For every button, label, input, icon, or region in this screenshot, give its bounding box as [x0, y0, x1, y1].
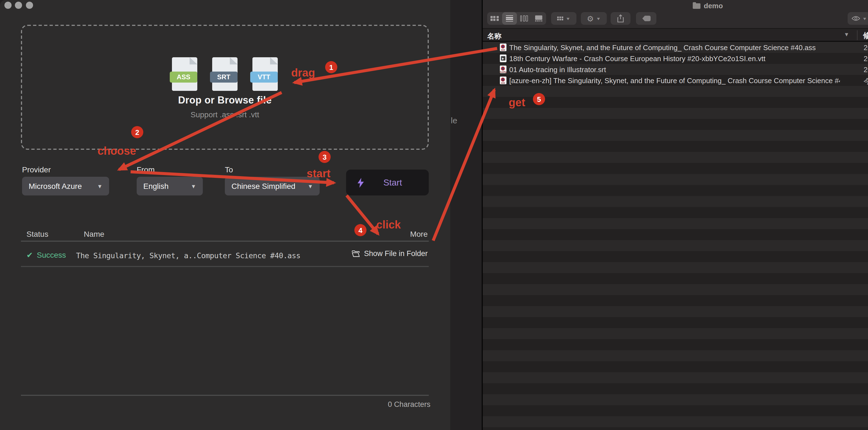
- name-sort-header[interactable]: 名称: [487, 31, 501, 41]
- action-menu-button[interactable]: ⚙ ▼: [581, 12, 607, 25]
- from-label: From: [137, 165, 155, 174]
- empty-list-stripes: [483, 86, 868, 430]
- dropzone-title: Drop or Browse file: [21, 95, 429, 106]
- background-window-strip: le: [450, 0, 482, 430]
- file-row[interactable]: SubRip 01 Auto-tracing in Illustrator.sr…: [483, 64, 868, 75]
- chevron-down-icon: ▼: [308, 183, 313, 189]
- status-column-header: Status: [27, 230, 48, 238]
- view-grid-button[interactable]: [487, 12, 502, 25]
- chevron-down-icon: ▼: [191, 183, 196, 189]
- dropzone-subtitle: Support .ass .srt .vtt: [21, 110, 429, 119]
- to-label: To: [225, 165, 233, 174]
- view-gallery-icon: [535, 15, 542, 22]
- view-columns-button[interactable]: [517, 12, 531, 25]
- start-button[interactable]: Start: [346, 170, 429, 195]
- status-badge: Success: [37, 251, 66, 259]
- background-text-fragment: le: [451, 115, 457, 125]
- column-divider: [857, 30, 858, 40]
- chevron-down-icon: ▼: [862, 16, 867, 21]
- tag-button[interactable]: [636, 12, 656, 25]
- file-row[interactable]: ASS [azure-en-zh] The Singularity, Skyne…: [483, 75, 868, 86]
- show-file-in-folder-button[interactable]: Show File in Folder: [352, 250, 428, 258]
- view-mode-segmented-control: [487, 12, 546, 25]
- lightning-bolt-icon: [357, 177, 364, 188]
- from-value: English: [143, 182, 168, 191]
- row-filename: The Singularity, Skynet, a..Computer Sci…: [76, 251, 300, 260]
- share-icon: [617, 14, 624, 23]
- tag-icon: [642, 15, 651, 22]
- chevron-down-icon: ▼: [565, 16, 570, 21]
- provider-select[interactable]: Microsoft Azure ▼: [22, 177, 109, 195]
- share-button[interactable]: [611, 12, 630, 25]
- modified-column-header: 修: [863, 31, 868, 41]
- provider-value: Microsoft Azure: [29, 182, 82, 191]
- file-row[interactable]: ▶ 18th Century Warfare - Crash Course Eu…: [483, 53, 868, 64]
- table-divider: [21, 266, 429, 267]
- to-language-select[interactable]: Chinese Simplified ▼: [225, 177, 320, 195]
- file-row[interactable]: ASS The Singularity, Skynet, and the Fut…: [483, 42, 868, 53]
- finder-title-label: demo: [704, 2, 723, 10]
- group-by-button[interactable]: ▼: [551, 12, 577, 25]
- ass-file-label: ASS: [170, 72, 197, 82]
- check-icon: ✔: [27, 251, 33, 259]
- view-grid-icon: [491, 16, 499, 21]
- folder-icon: [693, 3, 701, 8]
- provider-label: Provider: [22, 165, 51, 174]
- eye-icon: [851, 15, 860, 22]
- srt-file-icon: SRT: [212, 57, 238, 91]
- finder-file-list: ASS The Singularity, Skynet, and the Fut…: [483, 42, 868, 86]
- to-value: Chinese Simplified: [231, 182, 296, 191]
- finder-list-header: 名称 ▼ 修: [483, 29, 868, 42]
- finder-window-title: demo: [693, 2, 723, 10]
- vtt-file-label: VTT: [250, 72, 278, 82]
- srt-subtitle-file-icon: SubRip: [500, 65, 506, 73]
- group-by-icon: [557, 16, 563, 20]
- desktop-canvas: ASS SRT VTT Drop or Browse file Support …: [0, 0, 868, 430]
- file-type-icons: ASS SRT VTT: [21, 57, 429, 91]
- row-status: ✔ Success: [27, 251, 66, 259]
- view-list-button[interactable]: [502, 12, 517, 25]
- ass-subtitle-file-icon: ASS: [500, 76, 506, 84]
- sort-chevron-icon: ▼: [844, 31, 849, 37]
- show-file-label: Show File in Folder: [364, 250, 428, 258]
- view-columns-icon: [520, 15, 528, 22]
- chevron-down-icon: ▼: [97, 183, 102, 189]
- screenshot-stage: ASS SRT VTT Drop or Browse file Support …: [0, 0, 868, 430]
- character-count: 0 Characters: [388, 400, 430, 408]
- close-window-button[interactable]: [4, 2, 11, 9]
- finder-window: demo ▼ ⚙: [482, 0, 868, 430]
- name-column-header: Name: [84, 230, 104, 238]
- vtt-subtitle-file-icon: ▶: [500, 54, 506, 62]
- from-language-select[interactable]: English ▼: [137, 177, 203, 195]
- chevron-down-icon: ▼: [596, 16, 601, 21]
- gear-icon: ⚙: [587, 14, 594, 23]
- translator-app-window: ASS SRT VTT Drop or Browse file Support …: [0, 0, 450, 430]
- table-divider: [21, 241, 429, 242]
- start-button-label: Start: [364, 177, 421, 188]
- vtt-file-icon: VTT: [252, 57, 278, 91]
- more-column-header: More: [410, 230, 428, 238]
- zoom-window-button[interactable]: [26, 2, 33, 9]
- srt-file-label: SRT: [210, 72, 238, 82]
- finder-toolbar: demo ▼ ⚙: [483, 0, 868, 29]
- minimize-window-button[interactable]: [15, 2, 22, 9]
- ass-file-icon: ASS: [172, 57, 197, 91]
- open-folder-icon: [352, 250, 360, 257]
- ass-subtitle-file-icon: ASS: [500, 43, 506, 51]
- preview-eye-button[interactable]: ▼: [847, 12, 868, 25]
- statusbar-divider: [21, 395, 429, 396]
- view-list-icon: [506, 14, 513, 23]
- view-gallery-button[interactable]: [531, 12, 547, 25]
